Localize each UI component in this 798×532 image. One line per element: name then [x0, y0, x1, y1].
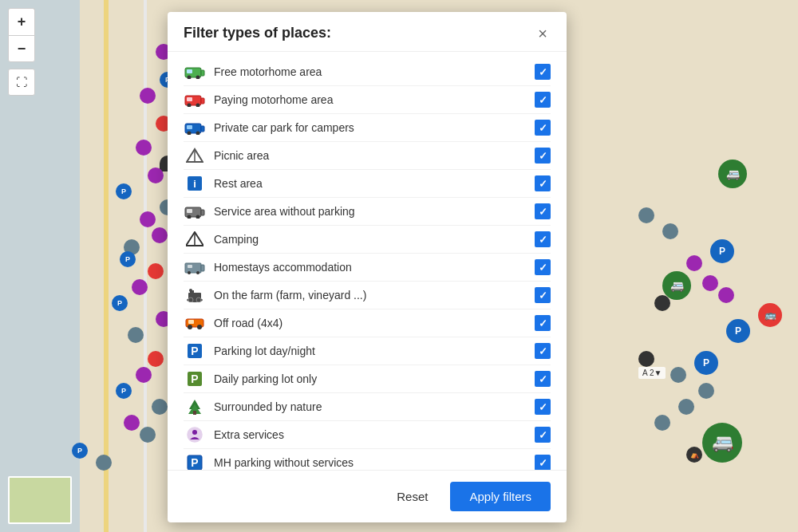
filter-item-daily-parking: PDaily parking lot only [184, 365, 551, 393]
svg-point-50 [192, 430, 197, 435]
reset-button[interactable]: Reset [384, 482, 440, 511]
filter-item-off-road: Off road (4x4) [184, 309, 551, 337]
free-motorhome-checkbox[interactable] [535, 64, 551, 80]
off-road-icon [184, 315, 206, 331]
surrounded-nature-icon [184, 399, 206, 415]
filter-item-mh-parking: PMH parking without services [184, 449, 551, 470]
modal-header: Filter types of places: × [168, 12, 567, 52]
surrounded-nature-checkbox[interactable] [535, 399, 551, 415]
svg-rect-1 [201, 70, 204, 76]
modal-overlay: Filter types of places: × Free motorhome… [0, 0, 798, 532]
free-motorhome-label: Free motorhome area [214, 65, 527, 78]
modal-body: Free motorhome areaPaying motorhome area… [168, 52, 567, 470]
filter-item-camping: Camping [184, 226, 551, 254]
svg-point-37 [189, 289, 192, 292]
svg-rect-6 [201, 98, 204, 104]
svg-rect-4 [187, 69, 192, 73]
extra-services-checkbox[interactable] [535, 427, 551, 443]
daily-parking-icon: P [184, 371, 206, 387]
private-carpark-checkbox[interactable] [535, 120, 551, 136]
filter-modal: Filter types of places: × Free motorhome… [168, 12, 567, 522]
svg-text:P: P [191, 456, 198, 469]
service-area-icon [184, 203, 206, 219]
svg-point-35 [196, 298, 201, 302]
svg-point-29 [188, 271, 191, 274]
svg-point-30 [196, 271, 200, 274]
camping-checkbox[interactable] [535, 231, 551, 247]
picnic-area-checkbox[interactable] [535, 148, 551, 164]
svg-point-40 [197, 325, 202, 329]
svg-rect-14 [187, 125, 192, 129]
mh-parking-icon: P [184, 455, 206, 470]
parking-daynight-label: Parking lot day/night [214, 345, 527, 357]
svg-text:P: P [191, 345, 198, 357]
apply-filters-button[interactable]: Apply filters [450, 482, 551, 511]
on-farm-checkbox[interactable] [535, 287, 551, 303]
daily-parking-label: Daily parking lot only [214, 372, 527, 385]
svg-rect-20 [201, 210, 204, 215]
svg-rect-23 [187, 209, 192, 213]
filter-item-homestays: Homestays accommodation [184, 254, 551, 282]
service-area-checkbox[interactable] [535, 203, 551, 219]
close-button[interactable]: × [535, 26, 551, 41]
filter-item-surrounded-nature: Surrounded by nature [184, 393, 551, 421]
filter-item-on-farm: On the farm (farm, vineyard ...) [184, 282, 551, 309]
svg-rect-31 [188, 265, 192, 268]
on-farm-icon [184, 287, 206, 303]
filter-item-paying-motorhome: Paying motorhome area [184, 86, 551, 114]
svg-rect-27 [185, 263, 201, 273]
homestays-label: Homestays accommodation [214, 261, 527, 274]
svg-text:P: P [191, 372, 198, 385]
rest-area-checkbox[interactable] [535, 175, 551, 191]
filter-item-free-motorhome: Free motorhome area [184, 58, 551, 86]
picnic-area-label: Picnic area [214, 149, 527, 162]
daily-parking-checkbox[interactable] [535, 371, 551, 387]
svg-rect-9 [187, 97, 192, 101]
extra-services-label: Extra services [214, 428, 527, 441]
parking-daynight-checkbox[interactable] [535, 343, 551, 359]
homestays-checkbox[interactable] [535, 259, 551, 275]
rest-area-icon: i [184, 175, 206, 191]
paying-motorhome-icon [184, 92, 206, 108]
svg-point-39 [188, 325, 192, 329]
extra-services-icon [184, 427, 206, 443]
mh-parking-checkbox[interactable] [535, 455, 551, 470]
svg-point-34 [188, 298, 193, 302]
parking-daynight-icon: P [184, 343, 206, 359]
svg-rect-28 [201, 265, 204, 271]
filter-item-parking-daynight: PParking lot day/night [184, 337, 551, 365]
camping-icon [184, 231, 206, 247]
svg-rect-48 [193, 411, 196, 415]
modal-title: Filter types of places: [184, 25, 331, 41]
private-carpark-icon [184, 120, 206, 136]
homestays-icon [184, 259, 206, 275]
mh-parking-label: MH parking without services [214, 456, 527, 469]
svg-rect-41 [188, 320, 194, 324]
on-farm-label: On the farm (farm, vineyard ...) [214, 289, 527, 301]
paying-motorhome-checkbox[interactable] [535, 92, 551, 108]
private-carpark-label: Private car park for campers [214, 121, 527, 134]
off-road-checkbox[interactable] [535, 315, 551, 331]
rest-area-label: Rest area [214, 177, 527, 190]
filter-item-private-carpark: Private car park for campers [184, 114, 551, 142]
filter-item-picnic-area: Picnic area [184, 142, 551, 170]
filter-item-rest-area: iRest area [184, 170, 551, 198]
filter-item-service-area: Service area without parking [184, 198, 551, 226]
picnic-area-icon [184, 148, 206, 164]
camping-label: Camping [214, 233, 527, 246]
modal-footer: Reset Apply filters [168, 470, 567, 522]
off-road-label: Off road (4x4) [214, 317, 527, 329]
free-motorhome-icon [184, 64, 206, 80]
svg-text:i: i [193, 178, 196, 190]
service-area-label: Service area without parking [214, 205, 527, 218]
svg-rect-11 [201, 126, 204, 132]
surrounded-nature-label: Surrounded by nature [214, 400, 527, 413]
filter-item-extra-services: Extra services [184, 421, 551, 449]
paying-motorhome-label: Paying motorhome area [214, 93, 527, 106]
